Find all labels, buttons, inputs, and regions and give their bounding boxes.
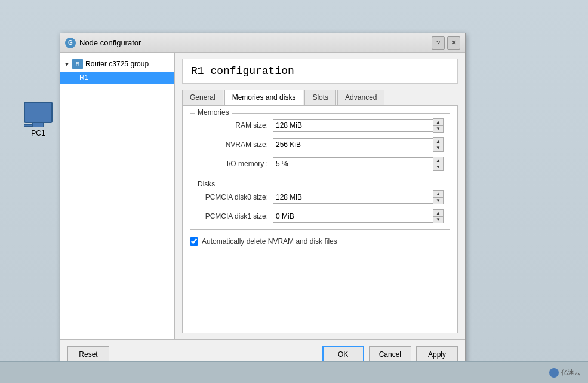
reset-button[interactable]: Reset — [67, 346, 109, 363]
nvram-size-down[interactable]: ▼ — [433, 145, 443, 151]
ram-size-down[interactable]: ▼ — [433, 125, 443, 132]
auto-delete-label: Automatically delete NVRAM and disk file… — [202, 237, 337, 246]
disk0-size-row: PCMCIA disk0 size: ▲ ▼ — [196, 190, 444, 204]
tabs: General Memories and disks Slots Advance… — [182, 90, 458, 105]
io-memory-input[interactable] — [273, 157, 433, 170]
disk0-size-input[interactable] — [273, 191, 433, 204]
nvram-size-label: NVRAM size: — [196, 140, 268, 149]
nvram-size-up[interactable]: ▲ — [433, 138, 443, 145]
disk1-size-up[interactable]: ▲ — [433, 210, 443, 216]
io-memory-row: I/O memory : ▲ ▼ — [196, 157, 444, 171]
tree-group-label: Router c3725 group — [85, 60, 149, 68]
nvram-size-row: NVRAM size: ▲ ▼ — [196, 137, 444, 152]
cancel-button[interactable]: Cancel — [369, 346, 411, 363]
dialog-title: Node configurator — [79, 38, 432, 47]
io-memory-spinner: ▲ ▼ — [433, 157, 444, 171]
footer-left: Reset — [67, 346, 322, 363]
pc1-icon[interactable]: PC1 — [24, 102, 53, 137]
router-icon: R — [72, 59, 83, 69]
nvram-size-spinner: ▲ ▼ — [433, 137, 444, 152]
apply-button[interactable]: Apply — [416, 346, 458, 363]
disks-group-title: Disks — [195, 180, 217, 188]
config-header: R1 configuration — [182, 59, 458, 84]
ram-size-row: RAM size: ▲ ▼ — [196, 118, 444, 133]
disk0-size-up[interactable]: ▲ — [433, 191, 443, 197]
auto-delete-row: Automatically delete NVRAM and disk file… — [190, 237, 450, 246]
tab-memories[interactable]: Memories and disks — [224, 90, 304, 105]
disk1-size-input-wrapper: ▲ ▼ — [273, 209, 444, 223]
brand-label: 亿速云 — [561, 368, 581, 377]
nvram-size-input-wrapper: ▲ ▼ — [273, 137, 444, 152]
ram-size-label: RAM size: — [196, 121, 268, 130]
disks-group: Disks PCMCIA disk0 size: ▲ ▼ — [190, 185, 450, 230]
close-button[interactable]: ✕ — [447, 36, 460, 50]
tab-general[interactable]: General — [182, 90, 223, 105]
taskbar-brand: 亿速云 — [549, 368, 581, 378]
footer-right: OK Cancel Apply — [322, 346, 458, 363]
disk0-size-down[interactable]: ▼ — [433, 197, 443, 204]
brand-icon — [549, 368, 559, 378]
ram-size-spinner: ▲ ▼ — [433, 118, 444, 133]
memories-group: Memories RAM size: ▲ ▼ — [190, 113, 450, 177]
taskbar: 亿速云 — [0, 361, 588, 383]
dialog-body: ▼ R Router c3725 group R1 R1 configurati… — [60, 53, 465, 339]
disk0-size-label: PCMCIA disk0 size: — [196, 193, 268, 201]
help-button[interactable]: ? — [432, 36, 445, 50]
tree-panel: ▼ R Router c3725 group R1 — [60, 53, 175, 339]
tab-advanced[interactable]: Advanced — [337, 90, 384, 105]
disk0-size-spinner: ▲ ▼ — [433, 190, 444, 204]
app-icon: G — [65, 38, 76, 48]
io-memory-label: I/O memory : — [196, 160, 268, 168]
pc1-label: PC1 — [31, 129, 45, 137]
disk1-size-row: PCMCIA disk1 size: ▲ ▼ — [196, 209, 444, 223]
monitor-icon — [24, 102, 53, 127]
tab-content-memories: Memories RAM size: ▲ ▼ — [182, 105, 458, 333]
title-bar: G Node configurator ? ✕ — [60, 33, 465, 53]
ram-size-input-wrapper: ▲ ▼ — [273, 118, 444, 133]
tree-item-label: R1 — [79, 73, 88, 82]
node-configurator-dialog: G Node configurator ? ✕ ▼ R Router c3725… — [60, 33, 466, 369]
config-title: R1 configuration — [191, 65, 294, 77]
right-panel: R1 configuration General Memories and di… — [175, 53, 465, 339]
io-memory-up[interactable]: ▲ — [433, 157, 443, 164]
ram-size-input[interactable] — [273, 119, 433, 132]
disk1-size-label: PCMCIA disk1 size: — [196, 212, 268, 220]
memories-group-title: Memories — [195, 108, 232, 117]
ok-button[interactable]: OK — [322, 346, 364, 363]
disk1-size-spinner: ▲ ▼ — [433, 209, 444, 223]
disk1-size-input[interactable] — [273, 210, 433, 223]
tree-arrow-icon: ▼ — [64, 61, 70, 68]
tab-slots[interactable]: Slots — [304, 90, 336, 105]
io-memory-input-wrapper: ▲ ▼ — [273, 157, 444, 171]
disk0-size-input-wrapper: ▲ ▼ — [273, 190, 444, 204]
disk1-size-down[interactable]: ▼ — [433, 216, 443, 223]
nvram-size-input[interactable] — [273, 138, 433, 151]
io-memory-down[interactable]: ▼ — [433, 164, 443, 170]
tree-group-router[interactable]: ▼ R Router c3725 group — [60, 56, 174, 72]
tree-item-r1[interactable]: R1 — [60, 72, 174, 84]
auto-delete-checkbox[interactable] — [190, 237, 198, 246]
window-controls: ? ✕ — [432, 36, 460, 50]
desktop: PC1 G Node configurator ? ✕ ▼ R Router c… — [0, 0, 588, 383]
ram-size-up[interactable]: ▲ — [433, 119, 443, 125]
